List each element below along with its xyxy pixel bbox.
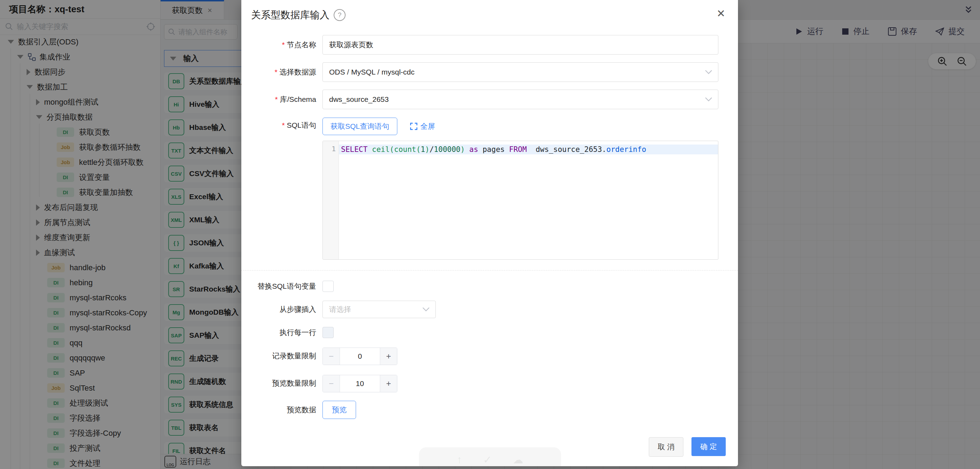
record-limit-row: 记录数量限制 − 0 +: [251, 348, 718, 365]
preview-data-label: 预览数据: [251, 401, 316, 419]
record-limit-stepper: − 0 +: [323, 348, 397, 365]
preview-limit-value[interactable]: 10: [340, 375, 380, 392]
chevron-down-icon: [705, 70, 713, 75]
node-name-row: 节点名称 获取源表页数: [251, 35, 718, 54]
line-number: 1: [323, 145, 336, 153]
datasource-select[interactable]: ODS / MySQL / mysql-cdc: [323, 62, 718, 82]
exec-each-row-label: 执行每一行: [251, 327, 316, 338]
exec-each-row: 执行每一行: [251, 327, 718, 338]
sql-row: SQL语句 获取SQL查询语句 全屏: [251, 117, 718, 135]
chevron-down-icon: [705, 97, 713, 102]
chevron-down-icon: [422, 307, 430, 312]
increment-button[interactable]: +: [380, 375, 397, 392]
sql-code-line: SELECT ceil(count(1)/100000) as pages FR…: [339, 145, 718, 154]
datasource-label: 选择数据源: [251, 62, 316, 82]
schema-select[interactable]: dws_source_2653: [323, 89, 718, 109]
node-name-value: 获取源表页数: [329, 40, 373, 50]
up-arrow-icon: ↑: [457, 454, 462, 466]
relational-db-input-modal: 关系型数据库输入 ? ✕ 节点名称 获取源表页数 选择数据源 ODS / MyS…: [241, 0, 738, 466]
cancel-button[interactable]: 取 消: [649, 437, 683, 457]
decrement-button[interactable]: −: [323, 375, 340, 392]
modal-body: 节点名称 获取源表页数 选择数据源 ODS / MySQL / mysql-cd…: [241, 22, 738, 419]
preview-button[interactable]: 预览: [323, 401, 356, 419]
sql-code-editor[interactable]: 1 SELECT ceil(count(1)/100000) as pages …: [323, 141, 718, 260]
record-limit-value[interactable]: 0: [340, 348, 380, 365]
modal-footer: 取 消 确 定: [649, 437, 726, 457]
editor-gutter: 1: [323, 141, 339, 259]
help-icon[interactable]: ?: [334, 9, 345, 21]
fullscreen-icon: [410, 123, 418, 130]
insert-step-placeholder: 请选择: [329, 305, 351, 314]
record-limit-label: 记录数量限制: [251, 348, 316, 365]
increment-button[interactable]: +: [380, 348, 397, 365]
replace-var-row: 替换SQL语句变量: [251, 280, 718, 292]
node-name-input[interactable]: 获取源表页数: [323, 35, 718, 54]
section-divider: [241, 270, 738, 271]
cloud-icon: ☁: [513, 454, 523, 466]
get-sql-button[interactable]: 获取SQL查询语句: [323, 118, 397, 135]
preview-limit-label: 预览数量限制: [251, 375, 316, 392]
datasource-row: 选择数据源 ODS / MySQL / mysql-cdc: [251, 62, 718, 82]
preview-data-row: 预览数据 预览: [251, 401, 718, 419]
fullscreen-label: 全屏: [420, 121, 435, 131]
preview-limit-row: 预览数量限制 − 10 +: [251, 375, 718, 392]
modal-header: 关系型数据库输入 ? ✕: [241, 0, 738, 22]
fullscreen-link[interactable]: 全屏: [410, 121, 435, 131]
schema-label: 库/Schema: [251, 89, 316, 109]
check-icon: ✓: [483, 454, 492, 466]
datasource-value: ODS / MySQL / mysql-cdc: [329, 68, 414, 76]
schema-value: dws_source_2653: [329, 95, 388, 104]
node-name-label: 节点名称: [251, 35, 316, 54]
modal-title: 关系型数据库输入: [251, 8, 329, 22]
app-root: 项目名称：xq-test 输入关键字搜索 数据引入层(ODS)集成作业数据同步: [0, 0, 980, 469]
schema-row: 库/Schema dws_source_2653: [251, 89, 718, 109]
replace-var-label: 替换SQL语句变量: [251, 280, 316, 292]
faint-floating-toolbar: ↑ ✓ ☁: [419, 447, 561, 466]
sql-label: SQL语句: [251, 117, 316, 135]
decrement-button[interactable]: −: [323, 348, 340, 365]
editor-code-area: SELECT ceil(count(1)/100000) as pages FR…: [339, 141, 718, 259]
modal-close-icon[interactable]: ✕: [717, 8, 725, 19]
insert-step-row: 从步骤插入 请选择: [251, 301, 718, 318]
ok-button[interactable]: 确 定: [692, 437, 726, 456]
replace-var-checkbox[interactable]: [323, 281, 334, 292]
preview-limit-stepper: − 10 +: [323, 375, 397, 392]
insert-step-select[interactable]: 请选择: [323, 301, 436, 318]
exec-each-row-checkbox[interactable]: [323, 327, 334, 338]
insert-step-label: 从步骤插入: [251, 301, 316, 318]
